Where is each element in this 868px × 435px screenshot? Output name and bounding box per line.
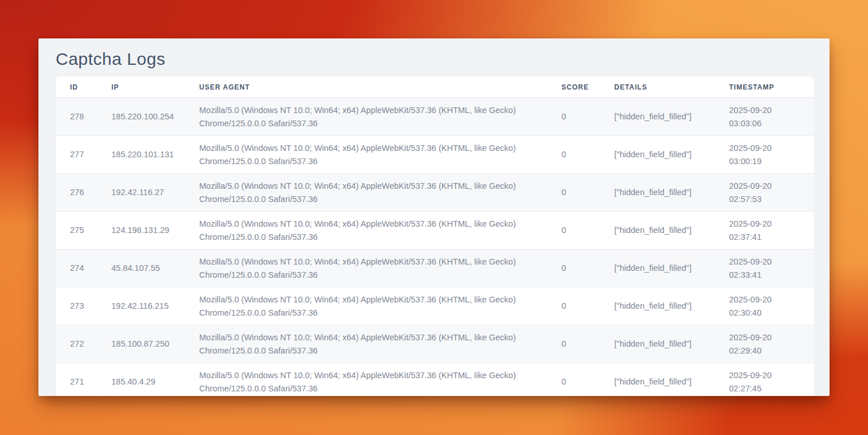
- logs-table: IDIPUSER AGENTSCOREDETAILSTIMESTAMP 278 …: [56, 76, 814, 396]
- cell-details: ["hidden_field_filled"]: [600, 288, 715, 325]
- cell-user-agent: Mozilla/5.0 (Windows NT 10.0; Win64; x64…: [185, 325, 547, 363]
- cell-timestamp: 2025-09-20 02:30:40: [715, 288, 814, 325]
- logs-table-container: IDIPUSER AGENTSCOREDETAILSTIMESTAMP 278 …: [56, 76, 814, 396]
- cell-details: ["hidden_field_filled"]: [600, 174, 715, 212]
- cell-ip: 185.220.100.254: [97, 98, 185, 136]
- cell-ip: 185.100.87.250: [97, 325, 185, 363]
- cell-timestamp: 2025-09-20 02:27:45: [715, 363, 814, 397]
- table-row: 272 185.100.87.250 Mozilla/5.0 (Windows …: [56, 325, 814, 363]
- table-row: 277 185.220.101.131 Mozilla/5.0 (Windows…: [56, 136, 814, 174]
- cell-timestamp: 2025-09-20 03:03:06: [715, 98, 814, 136]
- cell-score: 0: [547, 288, 600, 325]
- column-header-timestamp: TIMESTAMP: [715, 76, 814, 98]
- table-row: 278 185.220.100.254 Mozilla/5.0 (Windows…: [56, 98, 814, 136]
- cell-user-agent: Mozilla/5.0 (Windows NT 10.0; Win64; x64…: [185, 212, 547, 250]
- page-title: Captcha Logs: [56, 49, 814, 69]
- cell-ip: 192.42.116.215: [97, 288, 185, 325]
- cell-user-agent: Mozilla/5.0 (Windows NT 10.0; Win64; x64…: [185, 288, 547, 325]
- table-row: 271 185.40.4.29 Mozilla/5.0 (Windows NT …: [56, 363, 814, 397]
- table-row: 274 45.84.107.55 Mozilla/5.0 (Windows NT…: [56, 250, 814, 288]
- cell-user-agent: Mozilla/5.0 (Windows NT 10.0; Win64; x64…: [185, 250, 547, 288]
- cell-score: 0: [547, 174, 600, 212]
- cell-timestamp: 2025-09-20 02:37:41: [715, 212, 814, 250]
- cell-id: 272: [56, 325, 97, 363]
- table-row: 275 124.198.131.29 Mozilla/5.0 (Windows …: [56, 212, 814, 250]
- cell-details: ["hidden_field_filled"]: [600, 212, 715, 250]
- cell-timestamp: 2025-09-20 02:29:40: [715, 325, 814, 363]
- cell-score: 0: [547, 98, 600, 136]
- cell-score: 0: [547, 212, 600, 250]
- cell-ip: 185.40.4.29: [97, 363, 185, 397]
- table-body: 278 185.220.100.254 Mozilla/5.0 (Windows…: [56, 98, 814, 397]
- cell-score: 0: [547, 363, 600, 397]
- cell-ip: 124.198.131.29: [97, 212, 185, 250]
- cell-ip: 45.84.107.55: [97, 250, 185, 288]
- column-header-id: ID: [56, 76, 97, 98]
- column-header-details: DETAILS: [600, 76, 715, 98]
- cell-user-agent: Mozilla/5.0 (Windows NT 10.0; Win64; x64…: [185, 136, 547, 174]
- cell-id: 274: [56, 250, 97, 288]
- cell-ip: 185.220.101.131: [97, 136, 185, 174]
- cell-details: ["hidden_field_filled"]: [600, 325, 715, 363]
- column-header-ip: IP: [97, 76, 185, 98]
- cell-id: 273: [56, 288, 97, 325]
- captcha-logs-card: Captcha Logs IDIPUSER AGENTSCOREDETAILST…: [38, 38, 830, 396]
- cell-id: 271: [56, 363, 97, 397]
- cell-id: 275: [56, 212, 97, 250]
- column-header-score: SCORE: [547, 76, 600, 98]
- cell-score: 0: [547, 136, 600, 174]
- cell-id: 278: [56, 98, 97, 136]
- cell-user-agent: Mozilla/5.0 (Windows NT 10.0; Win64; x64…: [185, 98, 547, 136]
- table-row: 273 192.42.116.215 Mozilla/5.0 (Windows …: [56, 288, 814, 325]
- cell-details: ["hidden_field_filled"]: [600, 136, 715, 174]
- cell-timestamp: 2025-09-20 02:33:41: [715, 250, 814, 288]
- cell-timestamp: 2025-09-20 02:57:53: [715, 174, 814, 212]
- cell-user-agent: Mozilla/5.0 (Windows NT 10.0; Win64; x64…: [185, 363, 547, 397]
- cell-score: 0: [547, 250, 600, 288]
- cell-id: 276: [56, 174, 97, 212]
- cell-timestamp: 2025-09-20 03:00:19: [715, 136, 814, 174]
- cell-ip: 192.42.116.27: [97, 174, 185, 212]
- cell-user-agent: Mozilla/5.0 (Windows NT 10.0; Win64; x64…: [185, 174, 547, 212]
- table-header-row: IDIPUSER AGENTSCOREDETAILSTIMESTAMP: [56, 76, 814, 98]
- cell-id: 277: [56, 136, 97, 174]
- cell-details: ["hidden_field_filled"]: [600, 250, 715, 288]
- column-header-user_agent: USER AGENT: [185, 76, 547, 98]
- table-head: IDIPUSER AGENTSCOREDETAILSTIMESTAMP: [56, 76, 814, 98]
- cell-score: 0: [547, 325, 600, 363]
- cell-details: ["hidden_field_filled"]: [600, 363, 715, 397]
- table-row: 276 192.42.116.27 Mozilla/5.0 (Windows N…: [56, 174, 814, 212]
- cell-details: ["hidden_field_filled"]: [600, 98, 715, 136]
